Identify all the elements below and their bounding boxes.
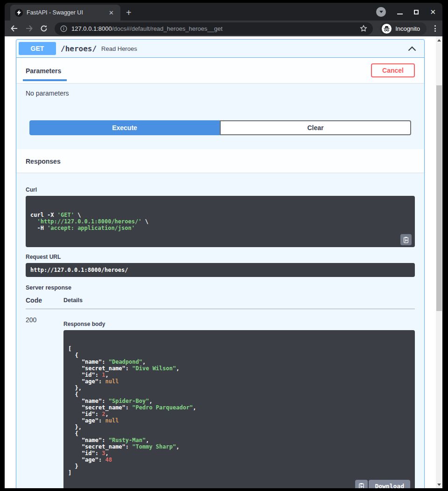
responses-body: Curl curl -X 'GET' \ 'http://127.0.0.1:8…	[16, 173, 424, 488]
browser-window: FastAPI - Swagger UI ✕ + ✕ 127.0.0.1:800…	[5, 3, 442, 488]
server-response-label: Server response	[26, 284, 415, 291]
forward-icon[interactable]	[25, 25, 33, 32]
opblock-summary[interactable]: GET /heroes/ Read Heroes	[16, 40, 424, 58]
details-column-header: Details	[63, 297, 415, 309]
copy-response-button[interactable]	[355, 480, 368, 488]
request-url-label: Request URL	[26, 254, 415, 260]
new-tab-button[interactable]: +	[126, 8, 132, 17]
code-column-header: Code	[26, 297, 63, 309]
no-parameters-text: No parameters	[16, 83, 424, 97]
url-text: 127.0.0.1:8000/docs#/default/read_heroes…	[71, 25, 356, 32]
reload-icon[interactable]	[40, 25, 48, 32]
scroll-up-icon[interactable]	[436, 36, 442, 44]
close-button[interactable]: ✕	[430, 8, 436, 15]
tab-title: FastAPI - Swagger UI	[27, 9, 103, 16]
clear-button[interactable]: Clear	[220, 120, 411, 135]
site-info-icon[interactable]	[60, 25, 67, 32]
scroll-down-icon[interactable]	[436, 481, 442, 488]
curl-command: curl -X 'GET' \ 'http://127.0.0.1:8000/h…	[26, 196, 415, 247]
browser-toolbar: 127.0.0.1:8000/docs#/default/read_heroes…	[5, 21, 442, 36]
server-response-table: Code Details 200 Response body [ {	[26, 297, 415, 488]
http-method-badge: GET	[19, 42, 56, 55]
scrollbar-thumb[interactable]	[436, 85, 442, 311]
page-scrollbar[interactable]	[436, 36, 442, 488]
cancel-button[interactable]: Cancel	[371, 63, 415, 77]
request-url-value: http://127.0.0.1:8000/heroes/	[26, 263, 415, 277]
url-bar[interactable]: 127.0.0.1:8000/docs#/default/read_heroes…	[55, 22, 373, 35]
collapse-chevron-icon[interactable]	[402, 46, 422, 51]
incognito-label: Incognito	[395, 25, 420, 32]
incognito-icon	[382, 24, 392, 34]
responses-title: Responses	[26, 157, 61, 165]
tab-close-icon[interactable]: ✕	[107, 9, 116, 17]
parameters-section-header: Parameters Cancel	[16, 58, 424, 83]
swagger-page: GET /heroes/ Read Heroes Parameters Canc…	[5, 36, 436, 488]
minimize-button[interactable]	[397, 14, 403, 14]
bookmark-star-icon[interactable]	[360, 25, 367, 32]
browser-tab[interactable]: FastAPI - Swagger UI ✕	[10, 5, 120, 21]
browser-titlebar: FastAPI - Swagger UI ✕ + ✕	[5, 3, 442, 21]
opblock-get-heroes: GET /heroes/ Read Heroes Parameters Canc…	[16, 39, 425, 488]
copy-curl-button[interactable]	[400, 234, 412, 245]
response-body-json: [ { "name": "Deadpond", "secret_name": "…	[63, 330, 415, 488]
tab-parameters[interactable]: Parameters	[26, 66, 61, 75]
tab-search-icon[interactable]	[376, 7, 386, 17]
incognito-badge: Incognito	[380, 22, 427, 35]
execute-button[interactable]: Execute	[29, 120, 220, 135]
maximize-button[interactable]	[414, 10, 419, 14]
response-body-label: Response body	[63, 321, 415, 327]
back-icon[interactable]	[10, 25, 18, 32]
response-row-200: 200 Response body [ { "name": "Deadpond"…	[26, 309, 415, 489]
curl-label: Curl	[26, 187, 415, 193]
endpoint-path: /heroes/	[61, 44, 97, 53]
menu-icon[interactable]	[434, 25, 437, 32]
endpoint-summary: Read Heroes	[101, 45, 137, 52]
download-button[interactable]: Download	[369, 480, 410, 488]
execute-row: Execute Clear	[29, 120, 411, 135]
status-code: 200	[26, 309, 63, 489]
fastapi-favicon-icon	[15, 9, 23, 17]
responses-section-header: Responses	[16, 149, 424, 173]
